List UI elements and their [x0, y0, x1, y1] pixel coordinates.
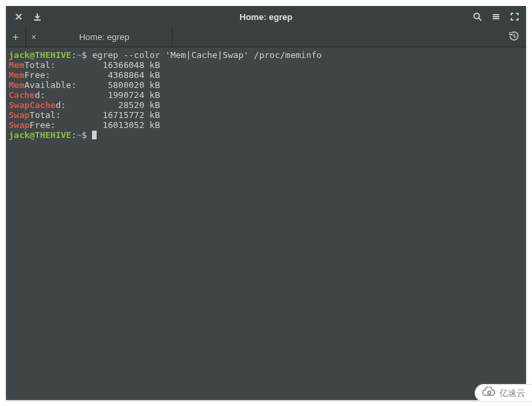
- search-icon[interactable]: [473, 12, 482, 21]
- menu-icon[interactable]: [491, 12, 501, 21]
- watermark-badge: 亿速云: [475, 384, 532, 402]
- close-tab-icon[interactable]: ×: [31, 32, 37, 42]
- tab-label: Home: egrep: [42, 32, 167, 42]
- download-icon[interactable]: [33, 12, 42, 21]
- tab-bar: + × Home: egrep: [6, 27, 526, 47]
- tab-home-egrep[interactable]: × Home: egrep: [26, 27, 173, 47]
- svg-point-1: [488, 391, 491, 394]
- cloud-icon: [481, 387, 497, 399]
- terminal-viewport[interactable]: jack@THEHIVE:~$ egrep --color 'Mem|Cache…: [6, 47, 526, 400]
- watermark-text: 亿速云: [499, 387, 525, 399]
- titlebar: Home: egrep: [6, 6, 526, 27]
- cursor: [92, 131, 97, 139]
- fullscreen-icon[interactable]: [510, 12, 519, 21]
- history-icon[interactable]: [509, 31, 519, 43]
- close-window-button[interactable]: [14, 12, 23, 21]
- svg-point-0: [474, 13, 479, 19]
- terminal-window: Home: egrep + × Home: egrep jack@THEHIVE…: [6, 6, 526, 400]
- new-tab-button[interactable]: +: [6, 27, 26, 47]
- window-title: Home: egrep: [6, 12, 526, 22]
